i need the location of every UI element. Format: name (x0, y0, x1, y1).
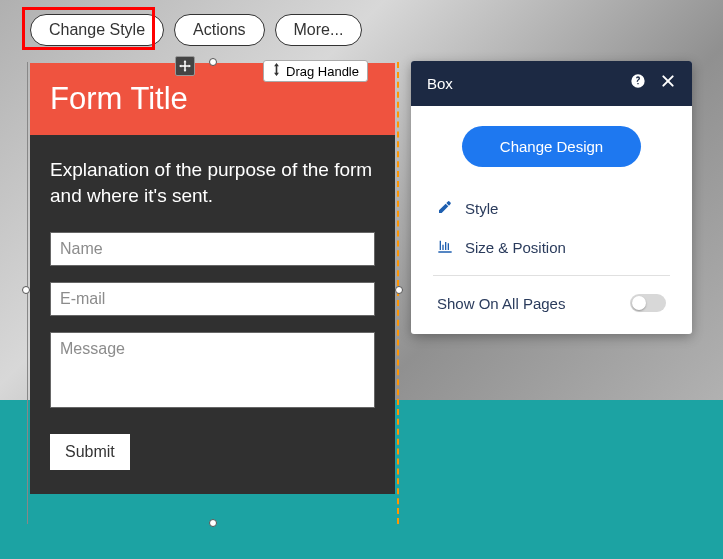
resize-handle-right[interactable] (395, 286, 403, 294)
drag-vertical-icon (272, 63, 281, 79)
size-position-item[interactable]: Size & Position (433, 228, 670, 267)
show-on-all-pages-row: Show On All Pages (433, 284, 670, 326)
size-position-label: Size & Position (465, 239, 566, 256)
move-handle[interactable] (175, 56, 195, 76)
form-box[interactable]: Form Title Explanation of the purpose of… (30, 63, 395, 521)
resize-handle-left[interactable] (22, 286, 30, 294)
resize-handle-top[interactable] (209, 58, 217, 66)
actions-button[interactable]: Actions (174, 14, 264, 46)
close-icon[interactable] (660, 73, 676, 94)
popover-header: Box (411, 61, 692, 106)
style-item[interactable]: Style (433, 189, 670, 228)
box-popover: Box Change Design Style Size & Position … (411, 61, 692, 334)
show-on-all-pages-label: Show On All Pages (437, 295, 565, 312)
popover-title: Box (427, 75, 616, 92)
popover-body: Change Design Style Size & Position Show… (411, 106, 692, 334)
drag-handle-label: Drag Handle (286, 64, 359, 79)
element-toolbar: Change Style Actions More... (30, 14, 362, 46)
pen-icon (437, 199, 453, 218)
show-on-all-pages-toggle[interactable] (630, 294, 666, 312)
form-body: Explanation of the purpose of the form a… (30, 135, 395, 494)
email-field[interactable] (50, 282, 375, 316)
help-icon[interactable] (630, 73, 646, 94)
change-design-button[interactable]: Change Design (462, 126, 641, 167)
message-field[interactable] (50, 332, 375, 408)
style-label: Style (465, 200, 498, 217)
resize-handle-bottom[interactable] (209, 519, 217, 527)
form-explanation: Explanation of the purpose of the form a… (50, 157, 375, 208)
divider (433, 275, 670, 276)
more-button[interactable]: More... (275, 14, 363, 46)
ruler-icon (437, 238, 453, 257)
name-field[interactable] (50, 232, 375, 266)
submit-button[interactable]: Submit (50, 434, 130, 470)
change-style-button[interactable]: Change Style (30, 14, 164, 46)
drag-handle-tooltip: Drag Handle (263, 60, 368, 82)
